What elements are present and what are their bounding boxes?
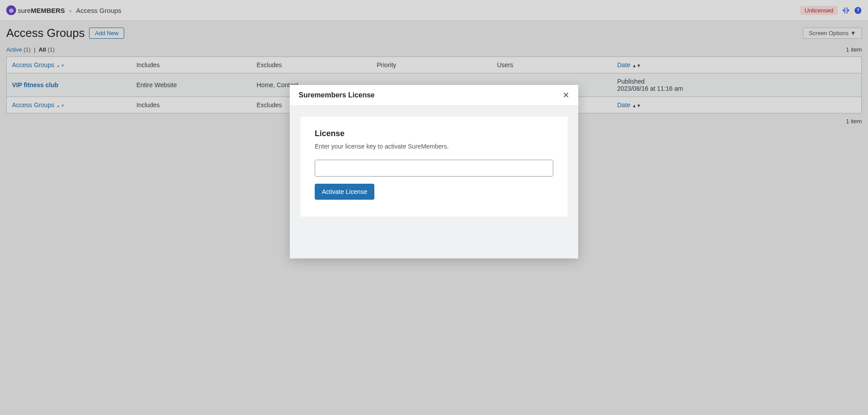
license-key-input[interactable]	[315, 160, 553, 177]
license-modal: Suremembers License ✕ License Enter your…	[290, 85, 578, 258]
modal-title: Suremembers License	[299, 91, 375, 99]
license-heading: License	[315, 129, 553, 138]
close-icon[interactable]: ✕	[563, 90, 569, 100]
license-helptext: Enter your license key to activate SureM…	[315, 143, 553, 150]
activate-license-button[interactable]: Activate License	[315, 184, 374, 200]
